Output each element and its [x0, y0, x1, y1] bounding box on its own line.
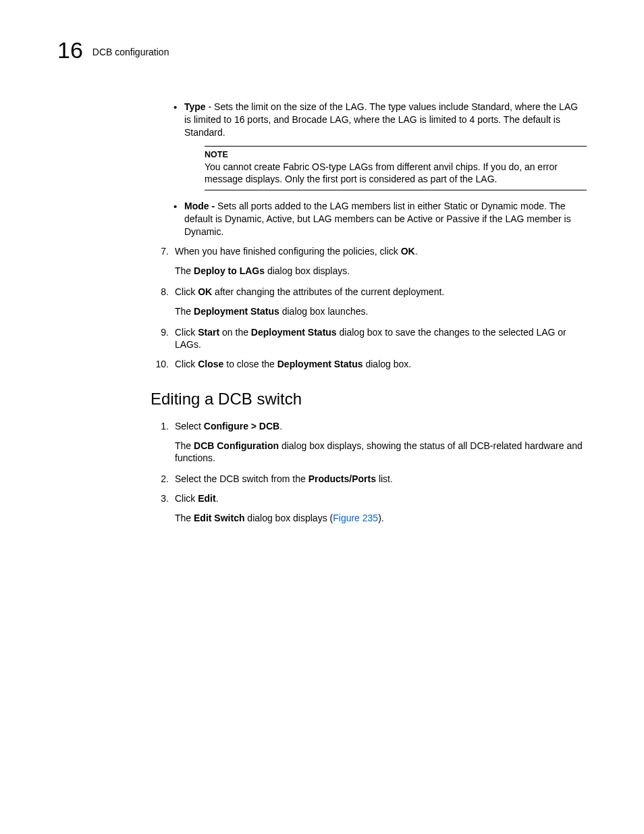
- step-8-sub: The Deployment Status dialog box launche…: [175, 305, 587, 318]
- step-b3-sub: The Edit Switch dialog box displays (Fig…: [175, 512, 587, 525]
- bullet-text: Sets all ports added to the LAG members …: [184, 201, 571, 237]
- step-b3: 3. Click Edit.: [151, 492, 587, 505]
- bullet-text: - Sets the limit on the size of the LAG.…: [184, 101, 578, 138]
- step-text: Select the DCB switch from the Products/…: [175, 473, 587, 486]
- step-8: 8. Click OK after changing the attribute…: [151, 286, 587, 298]
- bullet-mode: Mode - Sets all ports added to the LAG m…: [171, 200, 587, 238]
- step-number: 3.: [151, 492, 175, 505]
- step-text: Select Configure > DCB.: [175, 420, 587, 433]
- step-number: 9.: [151, 326, 175, 352]
- step-number: 7.: [151, 245, 175, 258]
- step-9: 9. Click Start on the Deployment Status …: [151, 326, 587, 352]
- step-number: 8.: [151, 286, 175, 298]
- note-text: You cannot create Fabric OS-type LAGs fr…: [205, 161, 587, 186]
- body-content: Type - Sets the limit on the size of the…: [151, 101, 587, 525]
- step-b2: 2. Select the DCB switch from the Produc…: [151, 473, 587, 486]
- page-header: 16 DCB configuration: [57, 37, 587, 63]
- step-text: Click Close to close the Deployment Stat…: [175, 358, 587, 371]
- step-7: 7. When you have finished configuring th…: [151, 245, 587, 258]
- step-text: Click Edit.: [175, 492, 587, 505]
- note-label: NOTE: [205, 149, 587, 161]
- running-head: DCB configuration: [92, 47, 169, 57]
- step-text: Click OK after changing the attributes o…: [175, 286, 587, 298]
- step-number: 1.: [151, 420, 175, 433]
- step-7-sub: The Deploy to LAGs dialog box displays.: [175, 265, 587, 278]
- note-block: NOTE You cannot create Fabric OS-type LA…: [205, 146, 587, 191]
- step-number: 2.: [151, 473, 175, 486]
- step-10: 10. Click Close to close the Deployment …: [151, 358, 587, 371]
- bullet-label: Type: [184, 101, 206, 112]
- chapter-number: 16: [57, 37, 83, 63]
- bullet-list: Type - Sets the limit on the size of the…: [171, 101, 587, 238]
- heading-editing-dcb-switch: Editing a DCB switch: [151, 388, 587, 410]
- step-number: 10.: [151, 358, 175, 371]
- step-b1: 1. Select Configure > DCB.: [151, 420, 587, 433]
- bullet-type: Type - Sets the limit on the size of the…: [171, 101, 587, 139]
- step-text: Click Start on the Deployment Status dia…: [175, 326, 587, 352]
- bullet-label: Mode -: [184, 201, 217, 211]
- document-page: 16 DCB configuration Type - Sets the lim…: [0, 0, 644, 834]
- step-b1-sub: The DCB Configuration dialog box display…: [175, 440, 587, 465]
- figure-link[interactable]: Figure 235: [333, 513, 378, 523]
- step-text: When you have finished configuring the p…: [175, 245, 587, 258]
